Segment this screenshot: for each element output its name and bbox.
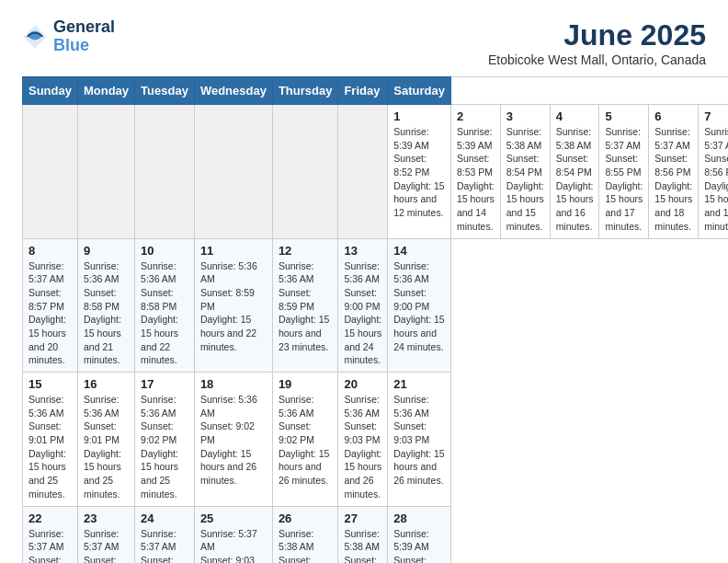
day-info: Sunrise: 5:37 AMSunset: 8:55 PMDaylight:… <box>605 125 643 234</box>
day-number: 1 <box>393 109 445 123</box>
title-block: June 2025 Etobicoke West Mall, Ontario, … <box>488 18 706 67</box>
calendar-cell <box>338 105 388 239</box>
calendar-cell: 14Sunrise: 5:36 AMSunset: 9:00 PMDayligh… <box>388 238 451 373</box>
day-info: Sunrise: 5:38 AMSunset: 9:03 PMDaylight:… <box>279 527 333 564</box>
day-number: 3 <box>506 109 544 123</box>
calendar-cell <box>23 105 78 239</box>
day-number: 28 <box>393 511 445 525</box>
calendar-cell: 28Sunrise: 5:39 AMSunset: 9:03 PMDayligh… <box>388 506 451 563</box>
day-info: Sunrise: 5:38 AMSunset: 8:54 PMDaylight:… <box>556 125 594 234</box>
calendar-week-row: 1Sunrise: 5:39 AMSunset: 8:52 PMDaylight… <box>23 105 729 239</box>
calendar-cell: 21Sunrise: 5:36 AMSunset: 9:03 PMDayligh… <box>388 373 451 507</box>
weekday-header-row: SundayMondayTuesdayWednesdayThursdayFrid… <box>23 77 729 105</box>
logo-line2: Blue <box>53 37 115 55</box>
day-number: 12 <box>279 244 333 258</box>
calendar-cell: 4Sunrise: 5:38 AMSunset: 8:54 PMDaylight… <box>550 105 599 239</box>
day-info: Sunrise: 5:37 AMSunset: 8:56 PMDaylight:… <box>704 125 728 234</box>
day-info: Sunrise: 5:36 AMSunset: 9:02 PMDaylight:… <box>279 393 333 488</box>
day-number: 17 <box>141 377 188 391</box>
day-info: Sunrise: 5:38 AMSunset: 8:54 PMDaylight:… <box>506 125 544 234</box>
day-number: 26 <box>279 511 333 525</box>
day-info: Sunrise: 5:39 AMSunset: 9:03 PMDaylight:… <box>393 527 445 564</box>
day-info: Sunrise: 5:36 AMSunset: 8:59 PMDaylight:… <box>200 259 267 354</box>
day-number: 7 <box>704 109 728 123</box>
calendar-cell: 11Sunrise: 5:36 AMSunset: 8:59 PMDayligh… <box>194 238 272 373</box>
calendar-cell: 16Sunrise: 5:36 AMSunset: 9:01 PMDayligh… <box>77 373 134 507</box>
weekday-header-monday: Monday <box>77 77 134 105</box>
calendar-cell: 24Sunrise: 5:37 AMSunset: 9:03 PMDayligh… <box>135 506 195 563</box>
calendar-cell: 18Sunrise: 5:36 AMSunset: 9:02 PMDayligh… <box>194 373 272 507</box>
calendar-week-row: 22Sunrise: 5:37 AMSunset: 9:03 PMDayligh… <box>23 506 729 563</box>
calendar-cell: 8Sunrise: 5:37 AMSunset: 8:57 PMDaylight… <box>23 238 78 373</box>
day-number: 22 <box>28 511 72 525</box>
calendar-cell: 7Sunrise: 5:37 AMSunset: 8:56 PMDaylight… <box>699 105 728 239</box>
day-number: 14 <box>393 244 445 258</box>
day-info: Sunrise: 5:36 AMSunset: 9:02 PMDaylight:… <box>200 393 267 488</box>
calendar: SundayMondayTuesdayWednesdayThursdayFrid… <box>22 76 728 563</box>
calendar-cell <box>77 105 134 239</box>
day-number: 24 <box>141 511 188 525</box>
calendar-cell: 26Sunrise: 5:38 AMSunset: 9:03 PMDayligh… <box>272 506 338 563</box>
weekday-header-sunday: Sunday <box>23 77 78 105</box>
day-info: Sunrise: 5:36 AMSunset: 9:02 PMDaylight:… <box>141 393 188 501</box>
day-number: 4 <box>556 109 594 123</box>
weekday-header-wednesday: Wednesday <box>194 77 272 105</box>
day-number: 21 <box>393 377 445 391</box>
calendar-cell: 5Sunrise: 5:37 AMSunset: 8:55 PMDaylight… <box>599 105 649 239</box>
day-info: Sunrise: 5:36 AMSunset: 9:03 PMDaylight:… <box>393 393 445 488</box>
weekday-header-tuesday: Tuesday <box>135 77 195 105</box>
day-info: Sunrise: 5:37 AMSunset: 8:57 PMDaylight:… <box>28 259 72 368</box>
calendar-week-row: 8Sunrise: 5:37 AMSunset: 8:57 PMDaylight… <box>23 238 729 373</box>
day-info: Sunrise: 5:36 AMSunset: 9:00 PMDaylight:… <box>344 259 381 368</box>
day-number: 2 <box>457 109 495 123</box>
calendar-cell: 6Sunrise: 5:37 AMSunset: 8:56 PMDaylight… <box>649 105 699 239</box>
calendar-cell: 2Sunrise: 5:39 AMSunset: 8:53 PMDaylight… <box>450 105 500 239</box>
day-info: Sunrise: 5:37 AMSunset: 9:03 PMDaylight:… <box>84 527 129 564</box>
day-info: Sunrise: 5:36 AMSunset: 8:58 PMDaylight:… <box>84 259 129 368</box>
calendar-cell: 9Sunrise: 5:36 AMSunset: 8:58 PMDaylight… <box>77 238 134 373</box>
day-info: Sunrise: 5:37 AMSunset: 9:03 PMDaylight:… <box>28 527 72 564</box>
day-number: 18 <box>200 377 267 391</box>
calendar-cell: 22Sunrise: 5:37 AMSunset: 9:03 PMDayligh… <box>23 506 78 563</box>
day-number: 16 <box>84 377 129 391</box>
weekday-header-friday: Friday <box>338 77 388 105</box>
calendar-cell: 3Sunrise: 5:38 AMSunset: 8:54 PMDaylight… <box>500 105 550 239</box>
day-info: Sunrise: 5:36 AMSunset: 9:01 PMDaylight:… <box>28 393 72 501</box>
day-info: Sunrise: 5:36 AMSunset: 9:00 PMDaylight:… <box>393 259 445 354</box>
day-number: 15 <box>28 377 72 391</box>
calendar-cell: 20Sunrise: 5:36 AMSunset: 9:03 PMDayligh… <box>338 373 388 507</box>
day-number: 11 <box>200 244 267 258</box>
weekday-header-thursday: Thursday <box>272 77 338 105</box>
day-number: 25 <box>200 511 267 525</box>
location: Etobicoke West Mall, Ontario, Canada <box>488 52 706 67</box>
day-info: Sunrise: 5:36 AMSunset: 9:01 PMDaylight:… <box>84 393 129 501</box>
calendar-cell <box>272 105 338 239</box>
day-info: Sunrise: 5:36 AMSunset: 8:58 PMDaylight:… <box>141 259 188 368</box>
calendar-cell: 12Sunrise: 5:36 AMSunset: 8:59 PMDayligh… <box>272 238 338 373</box>
calendar-cell: 10Sunrise: 5:36 AMSunset: 8:58 PMDayligh… <box>135 238 195 373</box>
day-info: Sunrise: 5:39 AMSunset: 8:52 PMDaylight:… <box>393 125 445 220</box>
day-number: 27 <box>344 511 381 525</box>
calendar-cell: 13Sunrise: 5:36 AMSunset: 9:00 PMDayligh… <box>338 238 388 373</box>
day-number: 6 <box>654 109 692 123</box>
day-info: Sunrise: 5:36 AMSunset: 8:59 PMDaylight:… <box>279 259 333 354</box>
day-number: 5 <box>605 109 643 123</box>
page-header: General Blue June 2025 Etobicoke West Ma… <box>22 18 706 67</box>
day-info: Sunrise: 5:39 AMSunset: 8:53 PMDaylight:… <box>457 125 495 234</box>
logo-line1: General <box>53 18 115 37</box>
day-number: 13 <box>344 244 381 258</box>
day-number: 19 <box>279 377 333 391</box>
day-number: 9 <box>84 244 129 258</box>
day-number: 23 <box>84 511 129 525</box>
day-info: Sunrise: 5:37 AMSunset: 9:03 PMDaylight:… <box>141 527 188 564</box>
calendar-cell <box>135 105 195 239</box>
month-title: June 2025 <box>488 18 706 52</box>
day-info: Sunrise: 5:37 AMSunset: 9:03 PMDaylight:… <box>200 527 267 564</box>
calendar-cell: 17Sunrise: 5:36 AMSunset: 9:02 PMDayligh… <box>135 373 195 507</box>
calendar-cell: 27Sunrise: 5:38 AMSunset: 9:03 PMDayligh… <box>338 506 388 563</box>
day-info: Sunrise: 5:36 AMSunset: 9:03 PMDaylight:… <box>344 393 381 501</box>
day-number: 20 <box>344 377 381 391</box>
calendar-cell: 1Sunrise: 5:39 AMSunset: 8:52 PMDaylight… <box>388 105 451 239</box>
day-number: 8 <box>28 244 72 258</box>
calendar-cell: 23Sunrise: 5:37 AMSunset: 9:03 PMDayligh… <box>77 506 134 563</box>
